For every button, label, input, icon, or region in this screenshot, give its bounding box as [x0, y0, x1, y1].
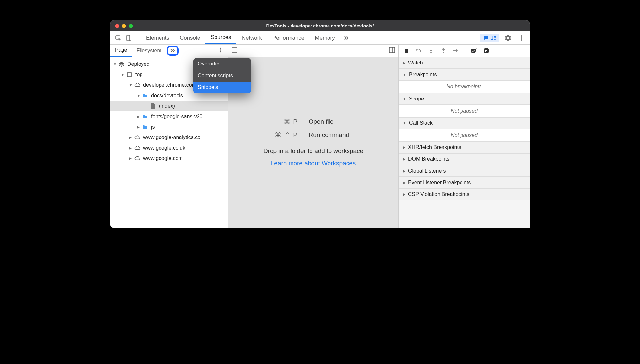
tree-node-domain[interactable]: ▶ www.google.com [110, 153, 228, 164]
maximize-window-button[interactable] [129, 24, 133, 28]
window-title: DevTools - developer.chrome.com/docs/dev… [110, 23, 530, 28]
step-out-icon[interactable] [440, 47, 447, 54]
section-title: Breakpoints [409, 72, 437, 78]
deployed-icon [118, 61, 125, 67]
issues-icon [483, 35, 489, 41]
menu-item-overrides[interactable]: Overrides [193, 58, 251, 70]
tree-item-label: fonts/google-sans-v20 [151, 114, 202, 119]
workspace-drop-hint: Drop in a folder to add to workspace [263, 147, 363, 155]
step-into-icon[interactable] [427, 47, 435, 54]
tree-root-label: Deployed [127, 61, 150, 67]
sources-panel: Page Filesystem ▼ Deployed [110, 45, 530, 228]
section-title: Global Listeners [408, 168, 446, 174]
tab-console[interactable]: Console [175, 31, 205, 44]
shortcut-open-file: ⌘ P Open file [262, 118, 365, 126]
step-over-icon[interactable] [415, 47, 422, 54]
frame-icon [126, 71, 133, 78]
chevron-right-icon: ▶ [129, 156, 133, 161]
tree-node-domain[interactable]: ▶ www.google.co.uk [110, 143, 228, 153]
file-icon [150, 103, 156, 109]
svg-point-5 [521, 39, 522, 41]
shortcut-label: Run command [309, 131, 365, 138]
chevron-right-icon: ▶ [403, 169, 405, 173]
tab-performance[interactable]: Performance [267, 31, 310, 44]
svg-rect-2 [129, 37, 131, 40]
menu-item-content-scripts[interactable]: Content scripts [193, 70, 251, 82]
tree-node-folder[interactable]: ▶ js [110, 122, 228, 132]
tree-item-label: top [135, 72, 142, 78]
show-debugger-icon[interactable] [389, 47, 395, 54]
svg-point-16 [443, 52, 444, 53]
tab-elements[interactable]: Elements [141, 31, 175, 44]
section-callstack[interactable]: ▼ Call Stack [399, 117, 530, 129]
menu-item-snippets[interactable]: Snippets [193, 82, 251, 93]
section-title: Watch [408, 60, 423, 66]
tree-node-file-selected[interactable]: (index) [110, 101, 228, 111]
more-options-icon[interactable] [517, 33, 527, 43]
chevron-down-icon: ▼ [403, 121, 406, 125]
inspect-element-icon[interactable] [113, 33, 123, 43]
editor-body: ⌘ P Open file ⌘ ⇧ P Run command Drop in … [228, 57, 398, 228]
pause-icon[interactable] [403, 47, 410, 54]
device-toolbar-icon[interactable] [123, 33, 134, 43]
cloud-icon [134, 82, 141, 88]
chevron-right-icon: ▶ [129, 146, 133, 150]
more-tabs-button[interactable] [340, 31, 353, 44]
shortcut-keys: ⌘ ⇧ P [262, 131, 298, 139]
section-dom-breakpoints[interactable]: ▶ DOM Breakpoints [399, 153, 530, 165]
chevron-right-icon: ▶ [129, 135, 133, 140]
section-csp-violation-breakpoints[interactable]: ▶ CSP Violation Breakpoints [399, 189, 530, 200]
tree-item-label: www.google-analytics.co [143, 135, 200, 140]
divider [465, 47, 465, 54]
section-event-listener-breakpoints[interactable]: ▶ Event Listener Breakpoints [399, 177, 530, 189]
section-xhr-breakpoints[interactable]: ▶ XHR/fetch Breakpoints [399, 141, 530, 153]
tree-item-label: www.google.co.uk [143, 145, 185, 151]
svg-rect-12 [405, 49, 406, 53]
step-icon[interactable] [452, 47, 460, 54]
tree-node-folder[interactable]: ▶ fonts/google-sans-v20 [110, 111, 228, 122]
shortcut-label: Open file [309, 118, 365, 125]
pause-on-exceptions-icon[interactable] [483, 47, 490, 54]
section-breakpoints[interactable]: ▼ Breakpoints [399, 69, 530, 81]
issues-badge[interactable]: 15 [480, 34, 499, 42]
section-watch[interactable]: ▶ Watch [399, 57, 530, 69]
svg-point-3 [521, 35, 522, 37]
learn-workspaces-link[interactable]: Learn more about Workspaces [271, 160, 356, 167]
svg-rect-13 [406, 49, 408, 53]
folder-icon [142, 92, 148, 99]
chevron-right-icon: ▶ [403, 192, 405, 197]
tab-network[interactable]: Network [236, 31, 267, 44]
subtab-page[interactable]: Page [110, 45, 132, 57]
navigator-options-icon[interactable] [213, 47, 228, 54]
show-navigator-icon[interactable] [232, 47, 237, 54]
tab-memory[interactable]: Memory [310, 31, 340, 44]
section-global-listeners[interactable]: ▶ Global Listeners [399, 165, 530, 177]
debugger-toolbar [399, 45, 530, 57]
divider [136, 34, 136, 42]
tab-sources[interactable]: Sources [205, 31, 236, 44]
chevron-right-icon: ▶ [137, 125, 141, 129]
section-scope[interactable]: ▼ Scope [399, 93, 530, 105]
main-toolbar: Elements Console Sources Network Perform… [110, 31, 530, 45]
devtools-window: DevTools - developer.chrome.com/docs/dev… [110, 20, 530, 228]
editor-header [228, 45, 398, 57]
folder-icon [142, 113, 148, 120]
svg-point-14 [420, 51, 421, 52]
navigator-more-tabs-button[interactable] [167, 46, 179, 56]
subtab-filesystem[interactable]: Filesystem [132, 45, 166, 57]
tree-item-label: www.google.com [143, 155, 183, 161]
tree-item-label: js [151, 124, 155, 130]
shortcut-keys: ⌘ P [262, 118, 298, 126]
close-window-button[interactable] [115, 24, 119, 28]
folder-icon [142, 124, 148, 130]
svg-point-15 [430, 52, 432, 53]
minimize-window-button[interactable] [122, 24, 126, 28]
svg-rect-11 [389, 47, 395, 53]
svg-point-17 [453, 50, 454, 51]
breakpoints-body: No breakpoints [399, 81, 530, 93]
chevron-right-icon: ▶ [137, 114, 141, 119]
deactivate-breakpoints-icon[interactable] [470, 47, 478, 54]
shortcut-run-command: ⌘ ⇧ P Run command [262, 131, 365, 139]
settings-icon[interactable] [503, 33, 513, 43]
tree-node-domain[interactable]: ▶ www.google-analytics.co [110, 132, 228, 143]
